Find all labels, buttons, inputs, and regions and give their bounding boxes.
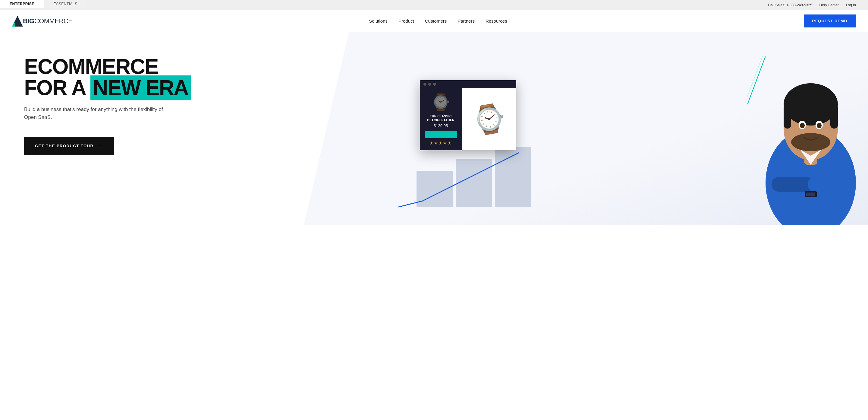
- person-svg: [753, 56, 868, 225]
- top-bar: ENTERPRISE ESSENTIALS Call Sales: 1-888-…: [0, 0, 868, 10]
- call-sales-link[interactable]: Call Sales: 1-888-248-9325: [768, 3, 812, 7]
- log-in-link[interactable]: Log In: [846, 3, 856, 7]
- watch-large-icon: ⌚: [470, 101, 508, 138]
- mockup-body: ⌚ THE CLASSIC BLACK/LEATHER $129.95 ★★★★…: [420, 88, 516, 150]
- main-nav: BIGCOMMERCE Solutions Product Customers …: [0, 10, 868, 32]
- title-line1: ECOMMERCE: [24, 55, 158, 79]
- mockup-left-panel: ⌚ THE CLASSIC BLACK/LEATHER $129.95 ★★★★…: [420, 88, 462, 150]
- watch-small-icon: ⌚: [431, 93, 451, 111]
- deco-lines: [747, 56, 766, 104]
- hero-content: ECOMMERCE FOR A NEW ERA Build a business…: [0, 32, 205, 173]
- trend-line-svg: [398, 147, 537, 213]
- nav-right: REQUEST DEMO: [804, 15, 856, 27]
- svg-point-8: [784, 83, 838, 125]
- product-name: THE CLASSIC BLACK/LEATHER: [425, 114, 457, 122]
- help-center-link[interactable]: Help Center: [819, 3, 839, 7]
- chart-area: [416, 147, 531, 207]
- svg-line-2: [747, 56, 766, 104]
- product-price: $129.95: [434, 123, 448, 128]
- nav-solutions[interactable]: Solutions: [369, 19, 388, 24]
- svg-rect-10: [830, 104, 838, 129]
- nav-resources[interactable]: Resources: [486, 19, 507, 24]
- svg-rect-19: [806, 193, 815, 196]
- hero-cta-arrow: →: [97, 143, 103, 149]
- mockup-right-panel: ⌚: [462, 88, 516, 150]
- svg-rect-9: [784, 104, 791, 129]
- logo[interactable]: BIGCOMMERCE: [12, 16, 72, 27]
- svg-point-13: [800, 123, 805, 128]
- nav-product[interactable]: Product: [398, 19, 414, 24]
- tab-enterprise[interactable]: ENTERPRISE: [0, 0, 44, 8]
- hero-title: ECOMMERCE FOR A NEW ERA: [24, 56, 193, 99]
- hero-cta-label: GET THE PRODUCT TOUR: [35, 144, 93, 148]
- title-line2: FOR A NEW ERA: [24, 76, 191, 100]
- logo-rest: COMMERCE: [34, 17, 73, 25]
- svg-point-14: [817, 123, 822, 128]
- title-prefix: FOR A: [24, 76, 90, 100]
- logo-icon: [12, 16, 23, 27]
- dot-1: [424, 83, 427, 86]
- nav-customers[interactable]: Customers: [425, 19, 447, 24]
- dot-2: [428, 83, 431, 86]
- svg-line-3: [747, 56, 763, 104]
- add-to-cart-button[interactable]: [425, 131, 457, 138]
- svg-point-15: [791, 133, 830, 151]
- hero-cta-button[interactable]: GET THE PRODUCT TOUR →: [24, 137, 114, 155]
- nav-partners[interactable]: Partners: [458, 19, 475, 24]
- logo-big: BIG: [23, 17, 34, 25]
- hero-section: ECOMMERCE FOR A NEW ERA Build a business…: [0, 32, 868, 225]
- nav-links: Solutions Product Customers Partners Res…: [369, 19, 507, 24]
- request-demo-button[interactable]: REQUEST DEMO: [804, 15, 856, 27]
- title-highlight: NEW ERA: [90, 76, 191, 100]
- mockup-titlebar: [420, 80, 516, 88]
- top-bar-right: Call Sales: 1-888-248-9325 Help Center L…: [768, 3, 868, 7]
- tab-essentials[interactable]: ESSENTIALS: [44, 0, 87, 8]
- mockup-card: ⌚ THE CLASSIC BLACK/LEATHER $129.95 ★★★★…: [420, 80, 516, 150]
- dot-3: [433, 83, 436, 86]
- person-image: [753, 56, 868, 225]
- svg-rect-16: [772, 177, 814, 192]
- product-stars: ★★★★★: [430, 141, 452, 145]
- hero-subtitle: Build a business that's ready for anythi…: [24, 106, 169, 121]
- svg-rect-17: [808, 177, 850, 192]
- plan-tabs: ENTERPRISE ESSENTIALS: [0, 0, 87, 8]
